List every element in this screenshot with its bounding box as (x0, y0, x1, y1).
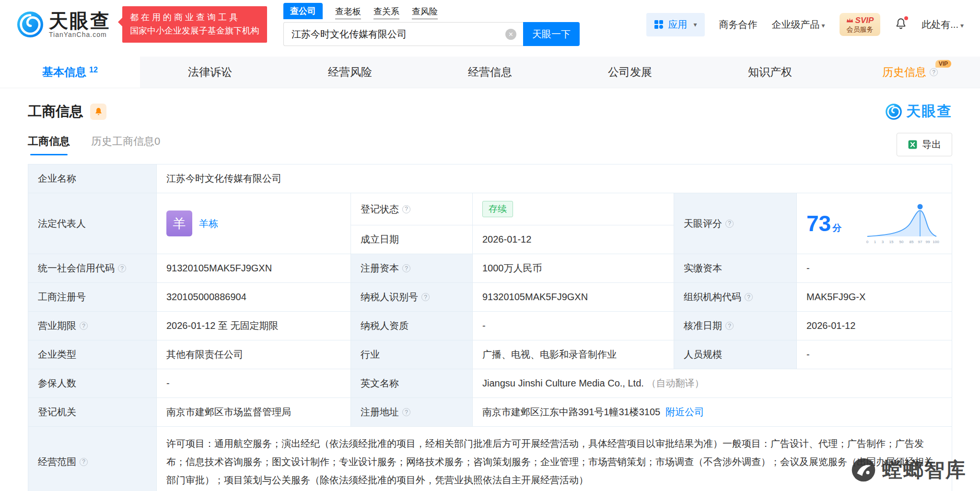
apps-grid-icon (654, 20, 664, 29)
mantis-logo-icon (851, 457, 876, 483)
excel-icon (908, 140, 918, 150)
search-tab-company[interactable]: 查公司 (283, 3, 323, 19)
org-code-label: 组织机构代码? (674, 283, 797, 312)
tab-history-info[interactable]: 历史信息 ? VIP (840, 57, 980, 88)
table-row: 经营范围? 许可项目：通用航空服务；演出经纪（依法须经批准的项目，经相关部门批准… (28, 427, 952, 491)
tianyancha-logo-icon (16, 11, 44, 38)
table-row: 企业名称 江苏今时文化传媒有限公司 (28, 164, 952, 193)
user-menu[interactable]: 此处有...▾ (922, 18, 964, 31)
reg-number-value: 320105000886904 (157, 283, 351, 312)
staff-size-label: 人员规模 (674, 340, 797, 369)
subtab-history-business-info[interactable]: 历史工商信息0 (91, 134, 160, 155)
apps-label: 应用 (668, 18, 687, 31)
nearby-companies-link[interactable]: 附近公司 (665, 407, 704, 417)
tab-operation-info[interactable]: 经营信息 (420, 57, 560, 88)
search-input[interactable] (283, 22, 523, 46)
svg-text:15: 15 (889, 240, 894, 244)
reg-status-value: 存续 (473, 193, 674, 225)
company-name-label: 企业名称 (28, 164, 157, 193)
company-type-label: 企业类型 (28, 340, 157, 369)
search-tab-risk[interactable]: 查风险 (412, 6, 438, 19)
score-label: 天眼评分? (674, 193, 797, 254)
legal-rep-link[interactable]: 羊栋 (199, 217, 218, 230)
help-icon[interactable]: ? (725, 322, 734, 330)
header-right-nav: 应用 ▾ 商务合作 企业级产品▾ SVIP 会员服务 此处有...▾ (646, 13, 964, 36)
svg-text:99: 99 (926, 240, 930, 244)
subtab-business-info[interactable]: 工商信息 (28, 134, 70, 155)
svg-text:3: 3 (882, 240, 884, 244)
watermark-text: 天眼查 (906, 102, 952, 121)
reg-authority-value: 南京市建邺区市场监督管理局 (157, 398, 351, 427)
tab-basic-info[interactable]: 基本信息12 (0, 57, 140, 88)
business-info-table: 企业名称 江苏今时文化传媒有限公司 法定代表人 羊 羊栋 登记状态? 存续 天眼… (28, 164, 952, 491)
business-scope-label: 经营范围? (28, 427, 157, 491)
score-value: 73分 (806, 210, 841, 236)
staff-size-value: - (797, 340, 952, 369)
export-label: 导出 (922, 138, 941, 151)
help-icon[interactable]: ? (80, 458, 88, 466)
logo-text-cn: 天眼查 (49, 10, 111, 31)
help-icon[interactable]: ? (80, 322, 88, 330)
score-cell: 73分 0 1 3 15 50 85 97 99 100 (797, 193, 952, 254)
approval-date-value: 2026-01-12 (797, 312, 952, 340)
tab-operation-risk[interactable]: 经营风险 (280, 57, 420, 88)
tab-company-development[interactable]: 公司发展 (560, 57, 700, 88)
subtabs-row: 工商信息 历史工商信息0 导出 (0, 124, 980, 156)
chevron-down-icon: ▾ (693, 21, 697, 28)
reg-address-value: 南京市建邺区江东中路391号1幢31楼3105 附近公司 (473, 398, 952, 427)
chevron-down-icon: ▾ (822, 22, 825, 29)
svg-text:0: 0 (866, 240, 869, 244)
help-icon[interactable]: ? (402, 205, 410, 213)
company-nav-tabs: 基本信息12 法律诉讼 经营风险 经营信息 公司发展 知识产权 历史信息 ? V… (0, 57, 980, 88)
business-scope-value: 许可项目：通用航空服务；演出经纪（依法须经批准的项目，经相关部门批准后方可开展经… (157, 427, 952, 491)
english-name-value: Jiangsu Jinshi Culture Media Co., Ltd. （… (473, 369, 952, 398)
subscribe-bell-icon[interactable] (90, 104, 106, 120)
paid-capital-label: 实缴资本 (674, 254, 797, 283)
help-icon[interactable]: ? (725, 220, 734, 228)
legal-rep-avatar[interactable]: 羊 (166, 210, 192, 236)
help-icon[interactable]: ? (118, 264, 126, 272)
mantis-watermark-text: 螳螂智库 (882, 456, 967, 483)
search-tab-relation[interactable]: 查关系 (373, 6, 399, 19)
table-row: 企业类型 其他有限责任公司 行业 广播、电视、电影和录音制作业 人员规模 - (28, 340, 952, 369)
reg-capital-label: 注册资本? (351, 254, 473, 283)
nav-business-cooperation[interactable]: 商务合作 (719, 18, 758, 31)
company-name-value: 江苏今时文化传媒有限公司 (157, 164, 952, 193)
help-icon[interactable]: ? (745, 293, 753, 301)
notification-bell-icon[interactable] (895, 17, 907, 32)
tab-legal-litigation[interactable]: 法律诉讼 (140, 57, 280, 88)
chevron-down-icon: ▾ (960, 22, 964, 29)
tab-count: 12 (89, 66, 98, 74)
industry-value: 广播、电视、电影和录音制作业 (473, 340, 674, 369)
apps-button[interactable]: 应用 ▾ (646, 13, 704, 36)
tab-intellectual-property[interactable]: 知识产权 (700, 57, 840, 88)
reg-address-label: 注册地址? (351, 398, 473, 427)
nav-enterprise-products[interactable]: 企业级产品▾ (772, 18, 825, 31)
tianyancha-logo[interactable]: 天眼查 TianYanCha.com (16, 10, 111, 38)
taxpayer-quality-label: 纳税人资质 (351, 312, 473, 340)
help-icon[interactable]: ? (402, 264, 410, 272)
english-name-label: 英文名称 (351, 369, 473, 398)
search-tabs: 查公司 查老板 查关系 查风险 (283, 3, 580, 19)
promo-banner-line1: 都 在 用 的 商 业 查 询 工 具 (130, 11, 259, 24)
search-button[interactable]: 天眼一下 (523, 22, 580, 46)
clear-search-icon[interactable]: × (505, 29, 516, 40)
search-tab-boss[interactable]: 查老板 (335, 6, 361, 19)
business-term-value: 2026-01-12 至 无固定期限 (157, 312, 351, 340)
help-icon[interactable]: ? (402, 408, 410, 416)
approval-date-label: 核准日期? (674, 312, 797, 340)
crown-icon (846, 17, 853, 23)
section-title: 工商信息 (28, 102, 83, 121)
svg-text:100: 100 (933, 240, 939, 244)
help-icon[interactable]: ? (930, 68, 938, 76)
export-button[interactable]: 导出 (897, 133, 952, 156)
header: 天眼查 TianYanCha.com 都 在 用 的 商 业 查 询 工 具 国… (0, 0, 980, 49)
help-icon[interactable]: ? (421, 293, 430, 301)
notification-dot (904, 16, 908, 20)
establish-date-label: 成立日期 (351, 225, 473, 254)
search-block: 查公司 查老板 查关系 查风险 × 天眼一下 (283, 3, 580, 46)
status-badge: 存续 (482, 201, 513, 217)
table-row: 法定代表人 羊 羊栋 登记状态? 存续 天眼评分? 73分 (28, 193, 952, 225)
svip-membership-button[interactable]: SVIP 会员服务 (840, 13, 881, 36)
section-header: 工商信息 天眼查 (0, 88, 980, 124)
